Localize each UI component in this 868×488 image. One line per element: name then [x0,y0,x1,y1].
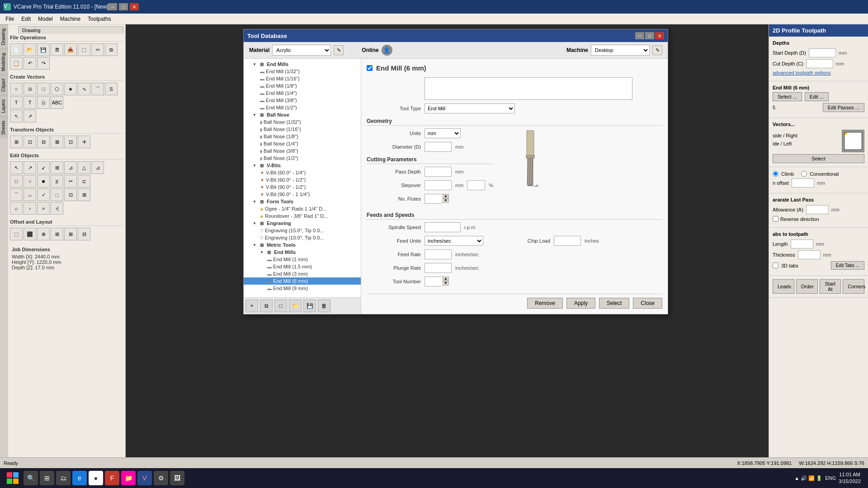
tree-item-roundover[interactable]: ◈ Roundover - 3/8" Rad 1" D... [244,212,361,220]
text-special[interactable]: ABC [51,96,63,109]
tree-item-bn-116[interactable]: ◗ Ball Nose (1/16") [244,126,361,133]
menu-machine[interactable]: Machine [57,15,84,23]
tree-item-em-6mm[interactable]: ▬ End Mill (6 mm) [244,277,361,285]
node-edit-tool[interactable]: ↗ [24,110,36,122]
fillrect[interactable]: ■ [37,175,50,188]
side-tab-clipart[interactable]: Clipart [0,75,8,95]
chevron-rr[interactable]: » [37,202,50,215]
node-tool[interactable]: ⌒ [91,83,104,95]
side-tab-modeling[interactable]: Modeling [0,49,8,75]
flutes-up[interactable]: ▲ [443,194,449,198]
delete-tool-button[interactable]: 🗑 [318,300,330,312]
import-button[interactable]: 📥 [64,43,77,56]
tree-item-em-18[interactable]: ▬ End Mill (1/8") [244,82,361,89]
stepover-pct-input[interactable]: 40 [467,180,485,190]
menu-edit[interactable]: Edit [18,15,34,23]
canvas-area[interactable]: Tool Database ─ □ ✕ Material Acrylic [126,24,769,457]
taskbar-photos[interactable]: 🖼 [170,471,184,485]
mirror-h-tool[interactable]: ⊠ [51,136,63,148]
corners-btn[interactable]: Corners [843,279,864,294]
maximize-button[interactable]: □ [119,3,128,10]
tree-item-ogee[interactable]: ◈ Ogee - 1/4" Rads 1 1/4" D... [244,205,361,212]
ellipse-tool[interactable]: ⊙ [24,83,36,95]
apply-button[interactable]: Apply [566,298,595,309]
tree-item-em-1mm[interactable]: ▬ End Mill (1 mm) [244,256,361,263]
arc-edit[interactable]: ⌒ [10,188,23,201]
rect-tool[interactable]: □ [37,83,50,95]
save-button[interactable]: 💾 [37,43,50,56]
close-button[interactable]: ✕ [130,3,139,10]
thickness-input[interactable]: 5.0 [798,250,821,259]
tree-item-vb-60-14[interactable]: ▼ V-Bit (60.0° - 1/4") [244,169,361,176]
tool-number-input[interactable]: 1 [425,277,443,286]
material-select[interactable]: Acrylic [272,45,331,56]
flutes-down[interactable]: ▼ [443,198,449,203]
tool-type-select[interactable]: End Mill Ball Nose V-Bit [425,103,515,113]
extend-tool[interactable]: △ [78,161,90,174]
rect-edit[interactable]: □ [10,175,23,188]
duplicate-button[interactable]: □ [274,300,287,312]
edit-tool-panel-btn[interactable]: Edit ... [805,92,829,101]
tree-item-em-12[interactable]: ▬ End Mill (1/2") [244,104,361,111]
group-end-mills-header[interactable]: ▼ ⊞ End Mills [244,61,361,68]
subtract-tool[interactable]: ⊏ [78,175,90,188]
group-engraving-header[interactable]: ▼ ⊞ Engraving [244,220,361,227]
side-tab-drawing[interactable]: Drawing [0,24,8,49]
copy-tool-button[interactable]: ⧉ [260,300,273,312]
chevron-r[interactable]: › [24,202,36,215]
group-form-tools-header[interactable]: ▼ ⊞ Form Tools [244,198,361,205]
tree-item-bn-12[interactable]: ◗ Ball Nose (1/2") [244,155,361,162]
taskbar-explorer[interactable]: 🗂 [56,471,71,485]
reverse-dir-checkbox[interactable] [773,216,778,222]
notes-textarea[interactable] [425,77,632,100]
open-arc[interactable]: ⌕ [10,202,23,215]
tree-item-em-132[interactable]: ▬ End Mill (1/32") [244,68,361,75]
vectors-select-btn[interactable]: Select [773,154,864,163]
machine-select[interactable]: Desktop [591,45,650,56]
paste-button[interactable]: 📋 [10,57,23,70]
text-fit[interactable]: ⌸ [37,96,50,109]
edit-passes-btn[interactable]: Edit Passes ... [823,103,864,112]
plunge-rate-input[interactable]: 0.9 [425,263,452,273]
tool-enabled-checkbox[interactable] [367,65,373,71]
group-vbits-header[interactable]: ▼ ⊞ V-Bits [244,162,361,169]
circular-copy[interactable]: ⊕ [37,228,50,240]
star-tool[interactable]: ★ [64,83,77,95]
taskbar-search[interactable]: 🔍 [24,471,38,485]
tree-item-em-15mm[interactable]: ▬ End Mill (1.5 mm) [244,263,361,270]
tree-item-vb-60-12[interactable]: ▼ V-Bit (60.0° - 1/2") [244,176,361,183]
group-metric-header[interactable]: ▼ ⊞ Metric Tools [244,241,361,249]
copy-along-path[interactable]: ⊞ [51,228,63,240]
weld-tool[interactable]: ⧖ [51,175,63,188]
tree-item-em-38[interactable]: ▬ End Mill (3/8") [244,97,361,104]
fill-tool[interactable]: ⊡ [64,188,77,201]
loop-tool[interactable]: ◌ [51,188,63,201]
chevron-rrr[interactable]: ›| [51,202,63,215]
chip-load-input[interactable]: 0.004 [554,236,581,246]
advanced-link[interactable]: advanced toolpath options [773,70,830,75]
conventional-radio[interactable] [801,171,807,177]
tree-item-bn-38[interactable]: ◗ Ball Nose (3/8") [244,147,361,155]
circle-tool[interactable]: ○ [10,83,23,95]
start-at-btn[interactable]: Start At [820,279,841,294]
menu-model[interactable]: Model [34,15,57,23]
area-tool[interactable]: ⊞ [78,188,90,201]
online-icon[interactable]: 👤 [382,45,392,56]
text-bold[interactable]: T [24,96,36,109]
fill-array[interactable]: ⊟ [78,228,90,240]
group-ball-nose-header[interactable]: ▼ ⊞ Ball Nose [244,111,361,118]
group-metric-em-header[interactable]: ▼ ⊞ End Mills [244,249,361,256]
dialog-maximize[interactable]: □ [645,32,654,39]
tool-num-up[interactable]: ▲ [443,277,449,281]
remove-button[interactable]: Remove [527,298,563,309]
dialog-close[interactable]: ✕ [655,32,664,39]
order-btn[interactable]: Order [796,279,818,294]
taskbar-settings[interactable]: ⚙ [154,471,168,485]
select-button[interactable]: ⬚ [78,43,90,56]
dialog-minimize[interactable]: ─ [635,32,644,39]
material-edit-button[interactable]: ✎ [334,45,344,55]
units-select[interactable]: mm inches [425,128,461,138]
length-input[interactable]: 10.0 [791,239,813,249]
smooth-node[interactable]: ↗ [24,161,36,174]
taskbar-vcarve[interactable]: V [137,471,152,485]
